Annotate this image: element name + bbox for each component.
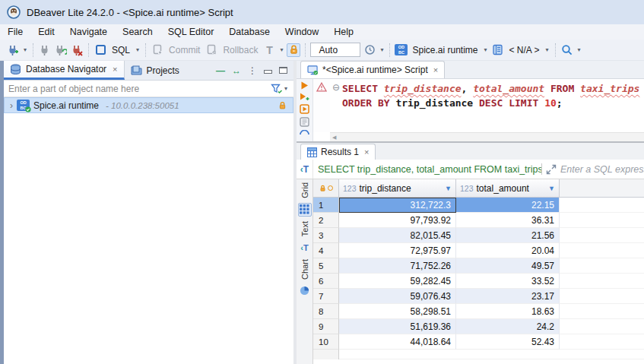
table-row[interactable]: 382,015.4521.56 [313, 228, 644, 243]
transaction-log-caret-icon[interactable]: ▾ [380, 46, 383, 53]
reconnect-icon[interactable] [54, 43, 68, 57]
catalog-icon[interactable] [491, 43, 505, 57]
connection-lock-icon[interactable] [287, 43, 300, 57]
disconnect-icon[interactable] [70, 43, 84, 57]
row-number[interactable]: 1 [313, 198, 339, 213]
connection-tree-item[interactable]: › ODBC Spice.ai runtime - 10.0.0.238:500… [4, 97, 293, 113]
row-number[interactable]: 2 [313, 213, 339, 228]
grid-cell[interactable]: 58,298.51 [339, 304, 456, 319]
object-filter-input[interactable] [8, 84, 271, 94]
menu-database[interactable]: Database [229, 27, 270, 37]
warning-icon[interactable] [316, 82, 327, 92]
sort-desc-icon[interactable]: ▼ [544, 185, 555, 192]
tab-chart-label[interactable]: Chart [300, 259, 309, 280]
grid-cell[interactable]: 71,752.26 [339, 258, 456, 274]
commit-icon[interactable] [151, 43, 164, 57]
schema-caret-icon[interactable]: ▾ [546, 46, 549, 53]
table-row[interactable]: 1044,018.6452.43 [313, 334, 644, 350]
collapse-all-icon[interactable]: — [216, 65, 225, 76]
table-row[interactable]: 571,752.2649.57 [313, 258, 644, 274]
grid-cell[interactable]: 82,015.45 [339, 228, 456, 243]
close-icon[interactable]: × [364, 147, 369, 157]
view-menu-icon[interactable]: ⋮ [248, 65, 257, 76]
column-header-total-amount[interactable]: 123 total_amount ▼ [456, 179, 560, 198]
table-row[interactable]: 472,975.9720.04 [313, 243, 644, 258]
maximize-icon[interactable] [279, 67, 287, 74]
tab-grid-label[interactable]: Grid [300, 182, 309, 198]
table-row[interactable]: 858,298.5118.63 [313, 304, 644, 319]
grid-cell[interactable]: 312,722.3 [339, 198, 456, 213]
grid-cell[interactable]: 23.17 [456, 289, 560, 304]
sql-code[interactable]: SELECT trip_distance, total_amount FROM … [342, 79, 644, 132]
expand-filter-icon[interactable] [546, 164, 557, 175]
new-connection-caret-icon[interactable]: ▾ [24, 46, 27, 53]
sql-editor-label[interactable]: SQL [112, 45, 130, 55]
menu-help[interactable]: Help [334, 27, 354, 37]
search-caret-icon[interactable]: ▾ [578, 46, 581, 53]
transaction-caret-icon[interactable]: ▾ [280, 46, 283, 53]
table-row[interactable]: 951,619.3624.2 [313, 319, 644, 334]
table-row[interactable]: 759,076.4323.17 [313, 289, 644, 304]
menu-file[interactable]: File [8, 27, 23, 37]
expand-chevron-icon[interactable]: › [10, 100, 13, 111]
transaction-mode-icon[interactable]: T [262, 43, 276, 57]
grid-cell[interactable]: 24.2 [456, 319, 560, 334]
grid-cell[interactable]: 51,619.36 [339, 319, 456, 334]
row-number[interactable]: 3 [313, 228, 339, 243]
row-number[interactable]: 6 [313, 274, 339, 289]
tab-script-editor[interactable]: *<Spice.ai runtime> Script × [300, 61, 445, 78]
row-number[interactable]: 8 [313, 304, 339, 319]
row-number[interactable]: 4 [313, 243, 339, 258]
execute-new-tab-icon[interactable] [300, 93, 309, 101]
grid-cell[interactable]: 22.15 [456, 198, 560, 213]
editor-hscrollbar[interactable]: ◀ [330, 132, 644, 141]
execute-statement-icon[interactable] [300, 81, 309, 90]
grid-cell[interactable]: 21.56 [456, 228, 560, 243]
column-header-trip-distance[interactable]: 123 trip_distance ▼ [339, 179, 456, 198]
grid-cell[interactable]: 97,793.92 [339, 213, 456, 228]
minimize-icon[interactable] [264, 70, 272, 74]
row-number[interactable]: 10 [313, 334, 339, 350]
sql-editor-icon[interactable] [94, 43, 107, 57]
filter-caret-icon[interactable]: ▾ [284, 85, 287, 92]
search-icon[interactable] [560, 43, 574, 57]
auto-commit-combo[interactable]: Auto [310, 43, 360, 57]
rollback-icon[interactable] [205, 43, 218, 57]
close-icon[interactable]: × [113, 65, 117, 74]
table-row[interactable]: 1312,722.322.15 [313, 198, 644, 213]
tab-projects[interactable]: Projects [125, 61, 186, 80]
grid-cell[interactable]: 59,076.43 [339, 289, 456, 304]
menu-sql-editor[interactable]: SQL Editor [168, 27, 214, 37]
grid-cell[interactable]: 20.04 [456, 243, 560, 258]
sql-editor-caret-icon[interactable]: ▾ [136, 46, 139, 53]
active-connection-selector[interactable]: Spice.ai runtime [412, 45, 477, 55]
grid-cell[interactable]: 59,282.45 [339, 274, 456, 289]
close-icon[interactable]: × [433, 65, 438, 74]
execute-script-icon[interactable] [300, 104, 309, 114]
grid-corner-cell[interactable] [313, 179, 339, 198]
menu-window[interactable]: Window [285, 27, 319, 37]
grid-cell[interactable]: 36.31 [456, 213, 560, 228]
grid-cell[interactable]: 44,018.64 [339, 334, 456, 350]
menu-navigate[interactable]: Navigate [70, 27, 107, 37]
fold-collapse-icon[interactable]: ⊖ [332, 82, 340, 93]
filter-funnel-icon[interactable] [271, 84, 283, 94]
tab-chart[interactable] [298, 284, 312, 298]
script-icon[interactable] [300, 117, 309, 127]
tab-text-label[interactable]: Text [300, 221, 309, 236]
sort-desc-icon[interactable]: ▼ [440, 185, 452, 192]
commit-button[interactable]: Commit [169, 45, 200, 55]
transaction-log-icon[interactable] [363, 43, 376, 57]
row-number[interactable]: 9 [313, 319, 339, 334]
connect-icon[interactable] [38, 43, 52, 57]
row-number[interactable]: 7 [313, 289, 339, 304]
table-row[interactable]: 297,793.9236.31 [313, 213, 644, 228]
active-schema-selector[interactable]: < N/A > [509, 45, 540, 55]
grid-cell[interactable]: 33.52 [456, 274, 560, 289]
grid-cell[interactable]: 52.43 [456, 334, 560, 350]
grid-cell[interactable]: 18.63 [456, 304, 560, 319]
connection-caret-icon[interactable]: ▾ [484, 46, 487, 53]
explain-plan-icon[interactable] [300, 130, 309, 135]
table-row[interactable]: 659,282.4533.52 [313, 274, 644, 289]
tab-text[interactable]: ‹T [298, 241, 312, 255]
